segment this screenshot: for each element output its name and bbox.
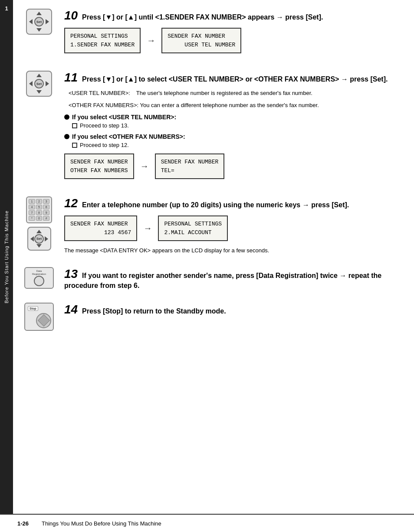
arrow-left-icon xyxy=(30,236,34,242)
stop-symbol xyxy=(36,313,51,328)
desc-user-tel-text: The user's telephone number is registere… xyxy=(136,90,312,96)
step11-title: Press [▼] or [▲] to select <USER TEL NUM… xyxy=(82,75,388,83)
nav-button-icon-11: Set xyxy=(26,71,52,97)
desc-user-tel: <USER TEL NUMBER>: The user's telephone … xyxy=(69,89,401,98)
key-2: 2 xyxy=(36,199,43,204)
arrow-up-icon xyxy=(36,74,42,77)
step14-content: 14 Press [Stop] to return to the Standby… xyxy=(64,303,401,317)
stop-inner-shape xyxy=(37,314,49,326)
step13-icon: DataRegistration xyxy=(22,267,56,289)
set-button: Set xyxy=(34,17,44,26)
main-content: Set 10 Press [▼] or [▲] until <1.SENDER … xyxy=(13,0,414,352)
nav-button-icon: Set xyxy=(26,9,52,35)
step10-number: 10 xyxy=(64,9,78,22)
step10-title: Press [▼] or [▲] until <1.SENDER FAX NUM… xyxy=(82,13,323,21)
step12-icon: 1 2 3 4 5 6 7 8 9 * 0 # Set xyxy=(22,196,56,251)
set-button-11: Set xyxy=(34,79,44,88)
step11-desc: <USER TEL NUMBER>: The user's telephone … xyxy=(69,89,401,109)
sidebar-label: Before You Start Using This Machine xyxy=(4,210,9,304)
step14-icon: Stop xyxy=(22,303,56,331)
step10-arrow: → xyxy=(147,36,155,46)
step11-arrow: → xyxy=(140,161,149,171)
step11-icon: Set xyxy=(22,71,56,97)
arrow-down-icon xyxy=(36,244,42,248)
set-button-12: Set xyxy=(34,234,44,244)
step10-content: 10 Press [▼] or [▲] until <1.SENDER FAX … xyxy=(64,9,401,59)
desc-other-fax-text: You can enter a different telephone numb… xyxy=(140,102,319,108)
step11-lcd-pair: SENDER FAX NUMBER OTHER FAX NUMBERS → SE… xyxy=(64,153,401,179)
numpad-icon: 1 2 3 4 5 6 7 8 9 * 0 # xyxy=(26,196,52,223)
data-reg-circle xyxy=(34,276,44,286)
footer-page: 1-26 xyxy=(17,520,29,527)
step10-lcd-pair: PERSONAL SETTINGS 1.SENDER FAX NUMBER → … xyxy=(64,28,401,53)
arrow-down-icon xyxy=(36,28,42,32)
sidebar: 1 Before You Start Using This Machine xyxy=(0,0,13,514)
key-0: 0 xyxy=(36,216,43,221)
bullet-user-tel-sub: Proceed to step 13. xyxy=(72,122,401,129)
desc-other-fax: <OTHER FAX NUMBERS>: You can enter a dif… xyxy=(69,101,401,110)
step12-title: Enter a telephone number (up to 20 digit… xyxy=(82,201,349,209)
step11-lcd-right: SENDER FAX NUMBER TEL= xyxy=(155,153,225,179)
desc-user-tel-label: <USER TEL NUMBER>: xyxy=(69,90,135,96)
bullet-dot-2 xyxy=(64,134,69,139)
arrow-left-icon xyxy=(29,19,33,24)
bullet-other-fax: If you select <OTHER FAX NUMBERS>: Proce… xyxy=(64,133,401,148)
nav-button-icon-12: Set xyxy=(27,227,51,251)
step13-title: If you want to register another sender's… xyxy=(64,272,381,289)
desc-other-fax-label: <OTHER FAX NUMBERS>: xyxy=(69,102,138,108)
bullet-user-tel-sub-text: Proceed to step 13. xyxy=(80,122,129,129)
step-11: Set 11 Press [▼] or [▲] to select <USER … xyxy=(22,71,401,184)
step-14: Stop 14 Press [Stop] to return to the St… xyxy=(22,303,401,331)
arrow-up-icon xyxy=(36,12,42,15)
bullet-dot-1 xyxy=(64,114,69,120)
step10-lcd-left: PERSONAL SETTINGS 1.SENDER FAX NUMBER xyxy=(64,28,141,53)
bullet-other-fax-heading: If you select <OTHER FAX NUMBERS>: xyxy=(64,133,401,140)
step-12: 1 2 3 4 5 6 7 8 9 * 0 # Set 12 xyxy=(22,196,401,255)
step11-lcd-left: SENDER FAX NUMBER OTHER FAX NUMBERS xyxy=(64,153,134,179)
footer: 1-26 Things You Must Do Before Using Thi… xyxy=(0,514,414,532)
arrow-right-icon xyxy=(46,19,49,24)
arrow-up-icon xyxy=(36,230,42,233)
step12-number: 12 xyxy=(64,196,78,210)
arrow-left-icon xyxy=(29,81,33,86)
arrow-down-icon xyxy=(36,90,42,94)
step10-icon: Set xyxy=(22,9,56,35)
step-10: Set 10 Press [▼] or [▲] until <1.SENDER … xyxy=(22,9,401,59)
key-4: 4 xyxy=(29,205,35,209)
arrow-right-icon xyxy=(45,236,48,242)
data-registration-button: DataRegistration xyxy=(24,267,54,289)
step-13: DataRegistration 13 If you want to regis… xyxy=(22,267,401,290)
bullet-user-tel: If you select <USER TEL NUMBER>: Proceed… xyxy=(64,114,401,129)
step12-content: 12 Enter a telephone number (up to 20 di… xyxy=(64,196,401,255)
key-3: 3 xyxy=(43,199,49,204)
key-5: 5 xyxy=(36,205,43,209)
bullet-user-tel-heading: If you select <USER TEL NUMBER>: xyxy=(64,114,401,121)
bullet-other-fax-sub-text: Proceed to step 12. xyxy=(80,142,129,148)
footer-title: Things You Must Do Before Using This Mac… xyxy=(42,520,161,527)
checkbox-icon-2 xyxy=(72,143,77,148)
step11-content: 11 Press [▼] or [▲] to select <USER TEL … xyxy=(64,71,401,184)
key-7: 7 xyxy=(29,210,35,215)
step12-note: The message <DATA ENTRY OK> appears on t… xyxy=(64,246,401,255)
step12-lcd-pair: SENDER FAX NUMBER 123 4567 → PERSONAL SE… xyxy=(64,215,401,241)
step12-lcd-right: PERSONAL SETTINGS 2.MAIL ACCOUNT xyxy=(158,215,228,241)
step13-number: 13 xyxy=(64,267,78,281)
arrow-right-icon xyxy=(46,81,49,86)
step13-content: 13 If you want to register another sende… xyxy=(64,267,401,290)
stop-button: Stop xyxy=(24,303,54,331)
key-star: * xyxy=(29,216,35,221)
step10-lcd-right: SENDER FAX NUMBER USER TEL NUMBER xyxy=(161,28,241,53)
key-8: 8 xyxy=(36,210,43,215)
step11-number: 11 xyxy=(64,71,78,84)
step14-title: Press [Stop] to return to the Standby mo… xyxy=(82,307,226,315)
stop-label: Stop xyxy=(28,306,38,311)
bullet-other-fax-sub: Proceed to step 12. xyxy=(72,142,401,148)
step14-number: 14 xyxy=(64,303,78,316)
step12-lcd-left: SENDER FAX NUMBER 123 4567 xyxy=(64,215,137,241)
bullet-user-tel-label: If you select <USER TEL NUMBER>: xyxy=(72,114,176,121)
checkbox-icon-1 xyxy=(72,123,77,128)
data-reg-label: DataRegistration xyxy=(27,270,51,276)
key-1: 1 xyxy=(29,199,35,204)
sidebar-chapter-number: 1 xyxy=(0,3,13,13)
key-hash: # xyxy=(43,216,49,221)
